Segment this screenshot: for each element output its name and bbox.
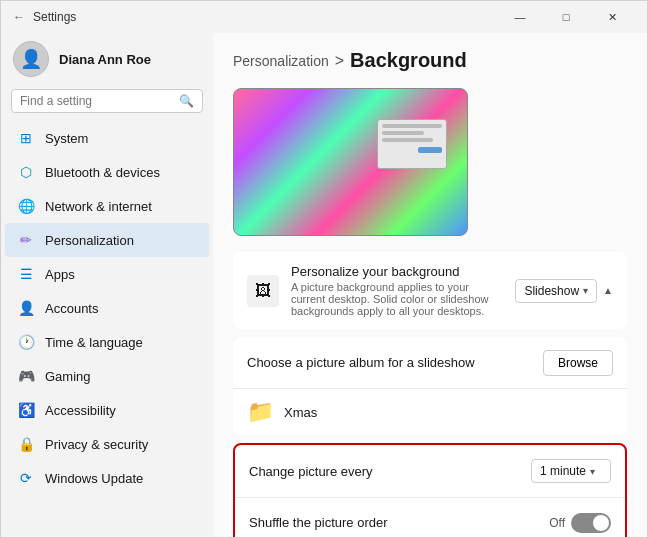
sidebar-item-label: Time & language: [45, 335, 143, 350]
shuffle-row: Shuffle the picture order Off: [235, 498, 625, 537]
maximize-button[interactable]: □: [543, 1, 589, 33]
sidebar: 👤 Diana Ann Roe 🔍 ⊞ System ⬡ Bluetooth &…: [1, 33, 213, 537]
accessibility-icon: ♿: [17, 401, 35, 419]
breadcrumb-parent[interactable]: Personalization: [233, 53, 329, 69]
sidebar-item-label: Privacy & security: [45, 437, 148, 452]
album-row: Choose a picture album for a slideshow B…: [233, 337, 627, 389]
album-section: Choose a picture album for a slideshow B…: [233, 337, 627, 435]
folder-row[interactable]: 📁 Xmas: [233, 389, 627, 435]
gaming-icon: 🎮: [17, 367, 35, 385]
folder-icon: 📁: [247, 399, 274, 425]
sidebar-item-personalization[interactable]: ✏ Personalization: [5, 223, 209, 257]
user-name: Diana Ann Roe: [59, 52, 151, 67]
personalize-section: 🖼 Personalize your background A picture …: [233, 252, 627, 329]
sidebar-item-label: Bluetooth & devices: [45, 165, 160, 180]
section-collapse-icon[interactable]: ▲: [603, 285, 613, 296]
title-bar: ← Settings — □ ✕: [1, 1, 647, 33]
background-type-value: Slideshow: [524, 284, 579, 298]
sidebar-item-time[interactable]: 🕐 Time & language: [5, 325, 209, 359]
sidebar-item-windows-update[interactable]: ⟳ Windows Update: [5, 461, 209, 495]
album-label: Choose a picture album for a slideshow: [247, 355, 531, 370]
search-input[interactable]: [20, 94, 173, 108]
sidebar-item-system[interactable]: ⊞ System: [5, 121, 209, 155]
window-controls: — □ ✕: [497, 1, 635, 33]
preview-line-2: [382, 131, 424, 135]
sidebar-item-label: Windows Update: [45, 471, 143, 486]
change-picture-caret-icon: ▾: [590, 466, 595, 477]
highlighted-section: Change picture every 1 minute ▾ Shuffle …: [233, 443, 627, 537]
sidebar-item-label: Personalization: [45, 233, 134, 248]
search-icon: 🔍: [179, 94, 194, 108]
avatar: 👤: [13, 41, 49, 77]
privacy-icon: 🔒: [17, 435, 35, 453]
shuffle-off-label: Off: [549, 516, 565, 530]
back-icon[interactable]: ←: [13, 10, 25, 24]
sidebar-item-label: Gaming: [45, 369, 91, 384]
sidebar-item-accounts[interactable]: 👤 Accounts: [5, 291, 209, 325]
sidebar-item-label: Accounts: [45, 301, 98, 316]
browse-button[interactable]: Browse: [543, 350, 613, 376]
accounts-icon: 👤: [17, 299, 35, 317]
breadcrumb-separator: >: [335, 52, 344, 70]
settings-window: ← Settings — □ ✕ 👤 Diana Ann Roe 🔍 ⊞: [0, 0, 648, 538]
sidebar-item-label: System: [45, 131, 88, 146]
personalize-sublabel: A picture background applies to your cur…: [291, 281, 503, 317]
preview-button: [418, 147, 442, 153]
personalize-text: Personalize your background A picture ba…: [291, 264, 503, 317]
preview-line-1: [382, 124, 442, 128]
network-icon: 🌐: [17, 197, 35, 215]
shuffle-label: Shuffle the picture order: [249, 515, 549, 530]
change-picture-control[interactable]: 1 minute ▾: [531, 459, 611, 483]
minimize-button[interactable]: —: [497, 1, 543, 33]
personalize-control[interactable]: Slideshow ▾ ▲: [515, 279, 613, 303]
title-bar-left: ← Settings: [13, 10, 76, 24]
personalization-icon: ✏: [17, 231, 35, 249]
folder-name: Xmas: [284, 405, 317, 420]
sidebar-item-accessibility[interactable]: ♿ Accessibility: [5, 393, 209, 427]
album-text: Choose a picture album for a slideshow: [247, 355, 531, 370]
window-title: Settings: [33, 10, 76, 24]
main-content: Personalization > Background 🖼 Pers: [213, 33, 647, 537]
sidebar-item-bluetooth[interactable]: ⬡ Bluetooth & devices: [5, 155, 209, 189]
time-icon: 🕐: [17, 333, 35, 351]
user-profile[interactable]: 👤 Diana Ann Roe: [1, 33, 213, 89]
change-picture-dropdown[interactable]: 1 minute ▾: [531, 459, 611, 483]
content-area: 👤 Diana Ann Roe 🔍 ⊞ System ⬡ Bluetooth &…: [1, 33, 647, 537]
sidebar-item-label: Accessibility: [45, 403, 116, 418]
sidebar-item-label: Network & internet: [45, 199, 152, 214]
sidebar-item-apps[interactable]: ☰ Apps: [5, 257, 209, 291]
personalize-icon: 🖼: [247, 275, 279, 307]
background-preview: [233, 88, 468, 236]
sidebar-item-label: Apps: [45, 267, 75, 282]
preview-line-3: [382, 138, 433, 142]
preview-overlay: [377, 119, 447, 169]
windows-update-icon: ⟳: [17, 469, 35, 487]
shuffle-control[interactable]: Off: [549, 513, 611, 533]
sidebar-item-gaming[interactable]: 🎮 Gaming: [5, 359, 209, 393]
change-picture-label: Change picture every: [249, 464, 531, 479]
background-type-dropdown[interactable]: Slideshow ▾: [515, 279, 597, 303]
page-title: Background: [350, 49, 467, 72]
shuffle-toggle[interactable]: [571, 513, 611, 533]
personalize-row: 🖼 Personalize your background A picture …: [233, 252, 627, 329]
breadcrumb: Personalization > Background: [233, 49, 627, 72]
sidebar-item-privacy[interactable]: 🔒 Privacy & security: [5, 427, 209, 461]
search-box[interactable]: 🔍: [11, 89, 203, 113]
close-button[interactable]: ✕: [589, 1, 635, 33]
sidebar-item-network[interactable]: 🌐 Network & internet: [5, 189, 209, 223]
album-control[interactable]: Browse: [543, 350, 613, 376]
system-icon: ⊞: [17, 129, 35, 147]
bluetooth-icon: ⬡: [17, 163, 35, 181]
apps-icon: ☰: [17, 265, 35, 283]
personalize-label: Personalize your background: [291, 264, 503, 279]
change-picture-value: 1 minute: [540, 464, 586, 478]
dropdown-caret-icon: ▾: [583, 285, 588, 296]
change-picture-row: Change picture every 1 minute ▾: [235, 445, 625, 498]
toggle-knob: [593, 515, 609, 531]
